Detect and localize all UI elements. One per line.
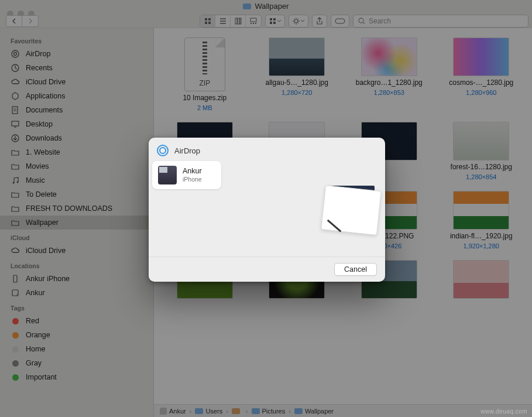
file-meta: 1,280×854: [466, 173, 496, 180]
svg-rect-6: [240, 18, 241, 24]
tag-dot-icon: [11, 330, 20, 340]
file-item[interactable]: allgau-5…_1280.jpg1,280×720: [252, 37, 342, 111]
file-thumbnail: [453, 191, 509, 230]
list-view-button[interactable]: [215, 15, 231, 27]
sidebar: FavouritesAirDropRecentsiCloud DriveAppl…: [0, 28, 154, 417]
path-bar: Ankur›Users››Pictures›Wallpaper: [154, 404, 532, 417]
folder-icon: [11, 148, 20, 157]
doc-icon: [11, 105, 20, 115]
sidebar-item[interactable]: iCloud Drive: [0, 244, 153, 258]
path-segment[interactable]: Pictures: [252, 408, 286, 415]
chevron-down-icon: [277, 20, 281, 22]
action-button[interactable]: [289, 15, 308, 28]
sidebar-item[interactable]: AirDrop: [0, 47, 153, 61]
file-item[interactable]: cosmos-…_1280.jpg1,280×960: [437, 37, 527, 111]
svg-rect-11: [270, 18, 272, 20]
window-title: Wallpaper: [0, 2, 532, 11]
chevron-right-icon: ›: [226, 408, 228, 415]
sidebar-item[interactable]: Music: [0, 173, 153, 187]
chevron-right-icon: ›: [190, 408, 192, 415]
folder-icon: [252, 408, 260, 414]
contact-device: iPhone: [183, 176, 202, 183]
svg-point-28: [16, 294, 18, 295]
tags-button[interactable]: [331, 15, 349, 28]
svg-rect-4: [235, 18, 237, 24]
sidebar-item[interactable]: Desktop: [0, 117, 153, 131]
column-view-button[interactable]: [231, 15, 246, 27]
download-icon: [11, 134, 20, 143]
sidebar-item[interactable]: Movies: [0, 159, 153, 173]
file-item[interactable]: indian-fl…_1920.jpg1,920×1,280: [437, 191, 527, 249]
chevron-left-icon: [12, 18, 16, 24]
svg-rect-14: [273, 22, 276, 24]
sidebar-item[interactable]: Ankur iPhone: [0, 272, 153, 286]
sidebar-item[interactable]: To Delete: [0, 187, 153, 201]
sidebar-item[interactable]: Ankur: [0, 286, 153, 300]
path-segment[interactable]: Users: [195, 408, 222, 415]
toolbar: Search: [0, 14, 532, 28]
file-name: 10 Images.zip: [183, 94, 226, 102]
sidebar-item[interactable]: 1. Website: [0, 145, 153, 159]
svg-rect-5: [238, 18, 239, 24]
apps-icon: [11, 91, 20, 101]
sidebar-item-label: Orange: [26, 331, 50, 339]
file-meta: 1,920×1,280: [464, 242, 499, 249]
path-segment[interactable]: [232, 408, 242, 414]
phone-icon: [11, 274, 20, 283]
sidebar-item[interactable]: Applications: [0, 89, 153, 103]
gallery-view-button[interactable]: [246, 15, 261, 27]
sidebar-item[interactable]: Orange: [0, 328, 153, 342]
cancel-button[interactable]: Cancel: [334, 263, 377, 276]
airdrop-contact[interactable]: Ankur iPhone: [152, 161, 221, 189]
svg-point-18: [12, 50, 19, 57]
file-meta: 1,280×853: [374, 89, 404, 96]
chevron-right-icon: ›: [289, 408, 291, 415]
sidebar-item-label: Desktop: [26, 120, 53, 128]
path-segment[interactable]: Ankur: [160, 408, 186, 415]
sidebar-item-label: Red: [26, 317, 39, 325]
forward-button[interactable]: [22, 15, 39, 27]
file-name: allgau-5…_1280.jpg: [266, 78, 328, 87]
sidebar-section-header: iCloud: [0, 230, 153, 244]
sidebar-item-label: Music: [26, 176, 45, 184]
chevron-down-icon: [301, 20, 304, 22]
search-placeholder: Search: [369, 17, 391, 25]
file-meta: 1,280×960: [466, 89, 496, 96]
path-segment[interactable]: Wallpaper: [294, 408, 334, 415]
file-thumbnail: [269, 37, 325, 76]
search-field[interactable]: Search: [353, 15, 528, 28]
svg-rect-21: [12, 107, 18, 114]
titlebar: Wallpaper: [0, 0, 532, 28]
sidebar-item[interactable]: Wallpaper: [0, 216, 153, 230]
group-button[interactable]: [265, 15, 285, 28]
file-item[interactable]: forest-16…1280.jpg1,280×854: [437, 122, 527, 180]
sidebar-item[interactable]: Red: [0, 314, 153, 328]
back-button[interactable]: [6, 15, 22, 27]
file-meta: 1,280×720: [282, 89, 312, 96]
sidebar-item[interactable]: Documents: [0, 103, 153, 117]
icon-view-button[interactable]: [200, 15, 215, 27]
sidebar-item[interactable]: Downloads: [0, 131, 153, 145]
sidebar-item-label: Documents: [26, 106, 63, 114]
file-thumbnail: [453, 37, 509, 76]
sidebar-item[interactable]: FRESH TO DOWNLOADS: [0, 201, 153, 216]
svg-rect-0: [205, 18, 207, 20]
file-item[interactable]: ZIP10 Images.zip2 MB: [160, 37, 250, 111]
svg-point-24: [13, 182, 15, 184]
window-title-text: Wallpaper: [255, 2, 289, 11]
tag-dot-icon: [11, 372, 20, 382]
sidebar-item[interactable]: Gray: [0, 356, 153, 370]
file-item[interactable]: [437, 260, 527, 303]
sidebar-section-header: Tags: [0, 300, 153, 314]
tag-dot-icon: [11, 358, 20, 368]
airdrop-sheet: AirDrop Ankur iPhone Cancel: [149, 138, 385, 282]
file-meta: 2 MB: [197, 104, 212, 111]
sidebar-item[interactable]: iCloud Drive: [0, 75, 153, 89]
file-item[interactable]: backgro…1_1280.jpg1,280×853: [344, 37, 434, 111]
sidebar-item[interactable]: Important: [0, 370, 153, 384]
sidebar-item[interactable]: Recents: [0, 61, 153, 75]
sidebar-item-label: Ankur iPhone: [26, 275, 70, 283]
chevron-right-icon: [28, 18, 33, 24]
sidebar-item[interactable]: Home: [0, 342, 153, 356]
share-button[interactable]: [312, 15, 327, 28]
